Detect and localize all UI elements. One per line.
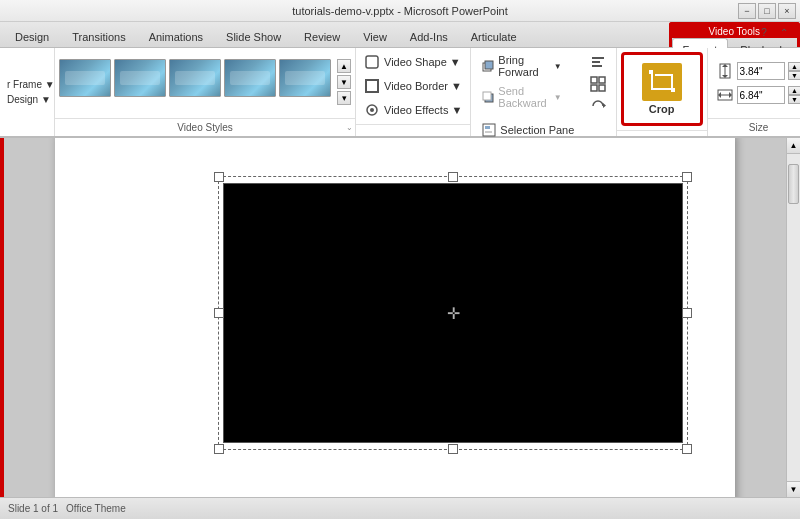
bring-forward-button[interactable]: Bring Forward ▼ bbox=[477, 52, 565, 80]
svg-rect-5 bbox=[485, 61, 493, 69]
arrange-small-icons bbox=[586, 52, 610, 116]
slide: ✛ bbox=[55, 138, 735, 497]
svg-rect-12 bbox=[599, 77, 605, 83]
tab-design[interactable]: Design bbox=[4, 25, 60, 47]
thumb-scroll-up[interactable]: ▲ bbox=[337, 59, 351, 73]
scroll-thumb[interactable] bbox=[788, 164, 799, 204]
crop-section-inner: Crop bbox=[617, 48, 707, 130]
height-spin-down[interactable]: ▼ bbox=[788, 71, 800, 80]
video-style-thumb-4[interactable] bbox=[224, 59, 276, 97]
video-styles-expand-icon[interactable]: ⌄ bbox=[346, 123, 353, 132]
width-spin-up[interactable]: ▲ bbox=[788, 86, 800, 95]
handle-bottom-center[interactable] bbox=[448, 444, 458, 454]
help-button[interactable]: ? bbox=[756, 24, 772, 40]
video-styles-content: ▲ ▼ ▾ bbox=[55, 48, 355, 118]
width-spin-down[interactable]: ▼ bbox=[788, 95, 800, 104]
size-content: ▲ ▼ ▲ ▼ bbox=[708, 48, 800, 118]
theme-text: Office Theme bbox=[66, 503, 126, 514]
scroll-down-button[interactable]: ▼ bbox=[787, 481, 801, 497]
handle-top-left[interactable] bbox=[214, 172, 224, 182]
svg-rect-16 bbox=[483, 124, 495, 136]
tab-addins[interactable]: Add-Ins bbox=[399, 25, 459, 47]
height-icon bbox=[716, 62, 734, 80]
scrollbar-vertical[interactable]: ▲ ▼ bbox=[786, 138, 800, 497]
group-button[interactable] bbox=[586, 74, 610, 94]
align-button[interactable] bbox=[586, 52, 610, 72]
size-label: Size bbox=[749, 122, 768, 133]
size-section: ▲ ▼ ▲ ▼ Size ⌄ bbox=[708, 48, 800, 136]
svg-rect-9 bbox=[592, 61, 600, 63]
video-border-button[interactable]: Video Border ▼ bbox=[360, 76, 466, 96]
tab-review[interactable]: Review bbox=[293, 25, 351, 47]
width-icon bbox=[716, 86, 734, 104]
svg-rect-8 bbox=[592, 57, 604, 59]
frame-label[interactable]: r Frame ▼ bbox=[4, 77, 50, 92]
svg-rect-21 bbox=[671, 76, 673, 90]
tab-slideshow[interactable]: Slide Show bbox=[215, 25, 292, 47]
video-options-section: Video Shape ▼ Video Border ▼ Video Effec… bbox=[356, 48, 471, 136]
canvas-area[interactable]: ✛ bbox=[4, 138, 786, 497]
video-style-thumb-1[interactable] bbox=[59, 59, 111, 97]
close-button[interactable]: × bbox=[778, 3, 796, 19]
video-shape-button[interactable]: Video Shape ▼ bbox=[360, 52, 466, 72]
height-spin-up[interactable]: ▲ bbox=[788, 62, 800, 71]
move-icon: ✛ bbox=[447, 303, 460, 322]
crop-icon-large bbox=[642, 63, 682, 101]
ribbon-tabs: Design Transitions Animations Slide Show… bbox=[0, 22, 800, 48]
svg-rect-11 bbox=[591, 77, 597, 83]
group-icon bbox=[590, 76, 606, 92]
thumb-scroll-down[interactable]: ▼ bbox=[337, 75, 351, 89]
minimize-button[interactable]: − bbox=[738, 3, 756, 19]
thumb-expand[interactable]: ▾ bbox=[337, 91, 351, 105]
selection-box: ✛ bbox=[218, 176, 688, 450]
svg-rect-1 bbox=[366, 80, 378, 92]
rotate-icon bbox=[590, 98, 606, 114]
tab-animations[interactable]: Animations bbox=[138, 25, 214, 47]
tab-articulate[interactable]: Articulate bbox=[460, 25, 528, 47]
video-border-icon bbox=[364, 78, 380, 94]
height-input[interactable] bbox=[737, 62, 785, 80]
thumbnails-row: ▲ ▼ ▾ bbox=[59, 59, 351, 105]
video-styles-section: ▲ ▼ ▾ Video Styles ⌄ bbox=[55, 48, 356, 136]
handle-mid-left[interactable] bbox=[214, 308, 224, 318]
video-effects-button[interactable]: Video Effects ▼ bbox=[360, 100, 466, 120]
svg-rect-7 bbox=[483, 92, 491, 100]
handle-bottom-right[interactable] bbox=[682, 444, 692, 454]
svg-rect-17 bbox=[485, 126, 490, 129]
svg-rect-14 bbox=[599, 85, 605, 91]
crop-svg-icon bbox=[647, 68, 677, 96]
quick-access-toolbar: ? ⌃ bbox=[756, 24, 792, 40]
tab-transitions[interactable]: Transitions bbox=[61, 25, 136, 47]
crop-button[interactable]: Crop bbox=[634, 59, 690, 119]
svg-rect-0 bbox=[366, 56, 378, 68]
svg-rect-24 bbox=[671, 88, 675, 92]
window-controls: − □ × bbox=[738, 3, 796, 19]
collapse-ribbon-button[interactable]: ⌃ bbox=[776, 24, 792, 40]
handle-mid-right[interactable] bbox=[682, 308, 692, 318]
status-text: Slide 1 of 1 bbox=[8, 503, 58, 514]
svg-rect-13 bbox=[591, 85, 597, 91]
scroll-up-button[interactable]: ▲ bbox=[787, 138, 801, 154]
ribbon-left-labels: r Frame ▼ Design ▼ bbox=[0, 48, 55, 136]
maximize-button[interactable]: □ bbox=[758, 3, 776, 19]
handle-bottom-left[interactable] bbox=[214, 444, 224, 454]
handle-top-center[interactable] bbox=[448, 172, 458, 182]
selection-pane-button[interactable]: Selection Pane bbox=[477, 120, 609, 140]
align-icon bbox=[590, 54, 606, 70]
svg-rect-23 bbox=[649, 70, 653, 74]
handle-top-right[interactable] bbox=[682, 172, 692, 182]
width-input[interactable] bbox=[737, 86, 785, 104]
send-backward-button[interactable]: Send Backward ▼ bbox=[477, 83, 565, 111]
window-title: tutorials-demo-v.pptx - Microsoft PowerP… bbox=[292, 5, 508, 17]
design-label[interactable]: Design ▼ bbox=[4, 92, 50, 107]
video-style-thumb-3[interactable] bbox=[169, 59, 221, 97]
scroll-track[interactable] bbox=[787, 154, 800, 481]
video-style-thumb-2[interactable] bbox=[114, 59, 166, 97]
rotate-button[interactable] bbox=[586, 96, 610, 116]
svg-rect-10 bbox=[592, 65, 602, 67]
tab-view[interactable]: View bbox=[352, 25, 398, 47]
crop-label: Crop bbox=[649, 103, 675, 115]
main-area: ✛ ▲ ▼ bbox=[0, 138, 800, 497]
video-style-thumb-5[interactable] bbox=[279, 59, 331, 97]
video-options-footer bbox=[356, 124, 470, 136]
